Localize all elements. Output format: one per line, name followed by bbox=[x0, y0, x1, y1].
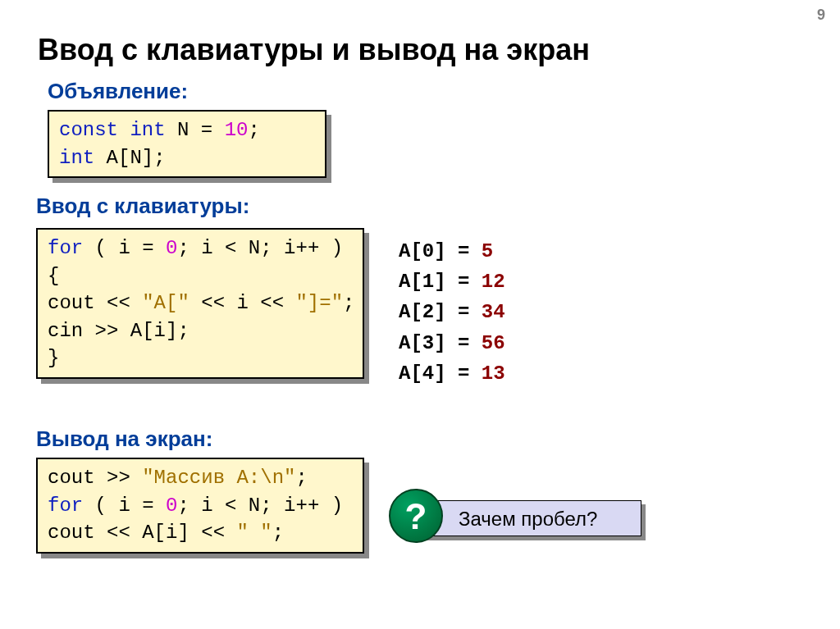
code-text: cin >> A[i]; bbox=[48, 317, 353, 345]
kw-const: const bbox=[59, 119, 118, 141]
question-icon: ? bbox=[389, 489, 443, 543]
kw-for: for bbox=[48, 237, 83, 259]
code-text: { bbox=[48, 262, 353, 290]
kw-int: int bbox=[59, 147, 94, 169]
code-text: ; bbox=[248, 119, 259, 141]
str-literal: "A[" bbox=[142, 292, 189, 314]
slide-title: Ввод с клавиатуры и вывод на экран bbox=[38, 33, 590, 67]
sample-idx: A[3] = bbox=[399, 332, 469, 354]
sample-val: 12 bbox=[469, 271, 504, 293]
code-text: cout >> bbox=[48, 467, 142, 489]
sample-row: A[4] = 13 bbox=[399, 358, 505, 389]
num-literal: 10 bbox=[225, 119, 249, 141]
sample-idx: A[2] = bbox=[399, 301, 469, 323]
sample-row: A[0] = 5 bbox=[399, 236, 505, 267]
subhead-output: Вывод на экран: bbox=[36, 426, 212, 452]
sample-idx: A[0] = bbox=[399, 240, 469, 262]
sample-val: 34 bbox=[469, 301, 504, 323]
code-text: ; i < N; i++ ) bbox=[177, 495, 343, 517]
callout-box: Зачем пробел? bbox=[412, 500, 641, 536]
code-text: ( i = bbox=[83, 237, 166, 259]
code-text: A[N]; bbox=[94, 147, 165, 169]
num-literal: 0 bbox=[166, 495, 177, 517]
kw-for: for bbox=[48, 495, 83, 517]
code-text: cout << A[i] << bbox=[48, 522, 236, 544]
code-text: } bbox=[48, 344, 353, 372]
sample-row: A[3] = 56 bbox=[399, 328, 505, 358]
str-literal: "]=" bbox=[295, 292, 343, 314]
code-text: cout << bbox=[48, 292, 142, 314]
num-literal: 0 bbox=[166, 237, 177, 259]
sample-row: A[1] = 12 bbox=[399, 267, 505, 297]
sample-idx: A[1] = bbox=[399, 271, 469, 293]
code-text: ; i < N; i++ ) bbox=[177, 237, 343, 259]
code-declare: const int N = 10; int A[N]; bbox=[48, 110, 326, 178]
page-number: 9 bbox=[817, 7, 825, 24]
sample-val: 56 bbox=[469, 332, 504, 354]
str-literal: "Массив A:\n" bbox=[142, 467, 295, 489]
code-output: cout >> "Массив A:\n"; for ( i = 0; i < … bbox=[36, 458, 364, 554]
subhead-input: Ввод с клавиатуры: bbox=[36, 194, 249, 219]
code-text: ( i = bbox=[83, 495, 166, 517]
str-literal: " " bbox=[236, 522, 272, 544]
kw-int: int bbox=[130, 119, 165, 141]
code-text: ; bbox=[343, 292, 354, 314]
code-text: ; bbox=[295, 467, 307, 489]
sample-val: 13 bbox=[469, 362, 504, 385]
sample-row: A[2] = 34 bbox=[399, 297, 505, 327]
subhead-declare: Объявление: bbox=[48, 79, 188, 104]
sample-output: A[0] = 5 A[1] = 12 A[2] = 34 A[3] = 56 A… bbox=[399, 236, 505, 389]
sample-idx: A[4] = bbox=[399, 362, 469, 385]
code-text: ; bbox=[272, 522, 284, 544]
sample-val: 5 bbox=[469, 240, 493, 262]
code-text: << i << bbox=[189, 292, 296, 314]
code-input: for ( i = 0; i < N; i++ ) { cout << "A["… bbox=[36, 228, 364, 379]
code-text: N = bbox=[177, 119, 225, 141]
